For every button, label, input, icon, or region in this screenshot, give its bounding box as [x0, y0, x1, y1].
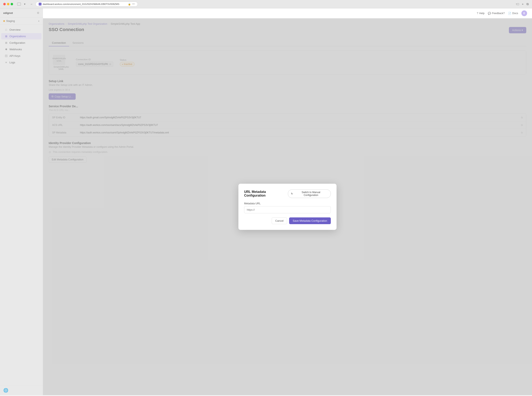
feedback-link[interactable]: 💬 Feedback?	[488, 12, 505, 15]
cancel-button[interactable]: Cancel	[272, 217, 287, 224]
more-icon: •••	[132, 3, 135, 6]
logs-icon: ≡	[5, 61, 8, 64]
docs-link[interactable]: 📄 Docs	[508, 12, 518, 15]
browser-tab[interactable]	[17, 3, 21, 6]
webhooks-icon: ✱	[5, 48, 8, 51]
new-tab-icon[interactable]: +	[522, 2, 524, 6]
minimize-traffic-light[interactable]	[7, 3, 9, 5]
main-content: ? Help 💬 Feedback? 📄 Docs E Or	[43, 8, 532, 395]
environment-selector[interactable]: Staging ▾	[0, 17, 43, 25]
save-metadata-button[interactable]: Save Metadata Configuration	[289, 217, 331, 224]
modal-dialog: URL Metadata Configuration ↻ Switch to M…	[238, 184, 337, 230]
help-link[interactable]: ? Help	[477, 12, 485, 15]
modal-title: URL Metadata Configuration	[244, 190, 288, 197]
api-keys-icon: ⚿	[5, 54, 8, 58]
sidebar-item-logs[interactable]: ≡ Logs	[1, 59, 41, 66]
switch-icon: ↻	[291, 192, 293, 195]
modal-actions: Cancel Save Metadata Configuration	[244, 217, 331, 224]
browser-toolbar: ↑□ + ⧉	[516, 2, 529, 6]
browser-chrome: ▾ ← dashboard.workos.com/environment_01G…	[0, 0, 532, 8]
metadata-url-label: Metadata URL	[244, 202, 331, 205]
environment-label: Staging	[3, 20, 15, 23]
sidebar-nav: □ Overview ⊞ Organizations ⊞ Configurati…	[0, 25, 43, 385]
switch-to-manual-button[interactable]: ↻ Switch to Manual Configuration	[288, 189, 331, 198]
overview-icon: □	[5, 28, 8, 31]
maximize-traffic-light[interactable]	[11, 3, 13, 5]
sidebar-item-label: Configuration	[9, 41, 25, 44]
sidebar-toggle-icon[interactable]: ⧉	[526, 2, 529, 6]
chevron-down-icon: ▾	[38, 20, 40, 23]
docs-icon: 📄	[508, 12, 511, 15]
url-text: dashboard.workos.com/environment_01G25ZH…	[43, 3, 127, 5]
sidebar-footer: 🌐	[0, 385, 43, 395]
back-button[interactable]: ←	[30, 2, 33, 6]
metadata-url-input[interactable]	[244, 206, 331, 213]
address-bar[interactable]: dashboard.workos.com/environment_01G25ZH…	[35, 2, 138, 6]
app-layout: edignot ⚙ Staging ▾ □ Overview ⊞ Organiz…	[0, 8, 532, 395]
sidebar-item-organizations[interactable]: ⊞ Organizations	[1, 33, 41, 40]
sidebar-item-configuration[interactable]: ⊞ Configuration	[1, 40, 41, 46]
feedback-icon: 💬	[488, 12, 491, 15]
content-area: Organizations › SimpleSAMLphp Test Organ…	[43, 18, 532, 395]
organizations-icon: ⊞	[5, 35, 8, 38]
globe-icon[interactable]: 🌐	[3, 388, 8, 393]
configuration-icon: ⊞	[5, 41, 8, 44]
switch-label: Switch to Manual Configuration	[294, 191, 328, 197]
sidebar-item-label: Overview	[9, 28, 20, 31]
sidebar-item-label: Organizations	[9, 35, 26, 38]
sidebar-item-label: Webhooks	[9, 48, 22, 51]
share-icon[interactable]: ↑□	[516, 2, 519, 6]
modal-header: URL Metadata Configuration ↻ Switch to M…	[244, 189, 331, 198]
topbar-actions: ? Help 💬 Feedback? 📄 Docs E	[477, 10, 527, 16]
help-icon: ?	[477, 12, 478, 15]
avatar[interactable]: E	[521, 10, 527, 16]
environment-dot-icon	[3, 20, 5, 22]
sidebar-item-label: Logs	[9, 61, 15, 64]
topbar: ? Help 💬 Feedback? 📄 Docs E	[43, 8, 532, 18]
sidebar: edignot ⚙ Staging ▾ □ Overview ⊞ Organiz…	[0, 8, 43, 395]
settings-icon[interactable]: ⚙	[37, 11, 40, 15]
sidebar-item-api-keys[interactable]: ⚿ API Keys	[1, 53, 41, 59]
sidebar-item-label: API Keys	[9, 54, 20, 58]
modal-overlay[interactable]: URL Metadata Configuration ↻ Switch to M…	[43, 18, 532, 395]
traffic-lights	[3, 3, 13, 5]
sidebar-item-webhooks[interactable]: ✱ Webhooks	[1, 46, 41, 52]
close-traffic-light[interactable]	[3, 3, 6, 5]
lock-icon: 🔒	[128, 3, 131, 6]
sidebar-header: edignot ⚙	[0, 8, 43, 17]
favicon-icon	[39, 3, 41, 6]
sidebar-item-overview[interactable]: □ Overview	[1, 27, 41, 33]
brand-name: edignot	[3, 12, 13, 15]
tab-chevron-icon: ▾	[24, 3, 25, 6]
